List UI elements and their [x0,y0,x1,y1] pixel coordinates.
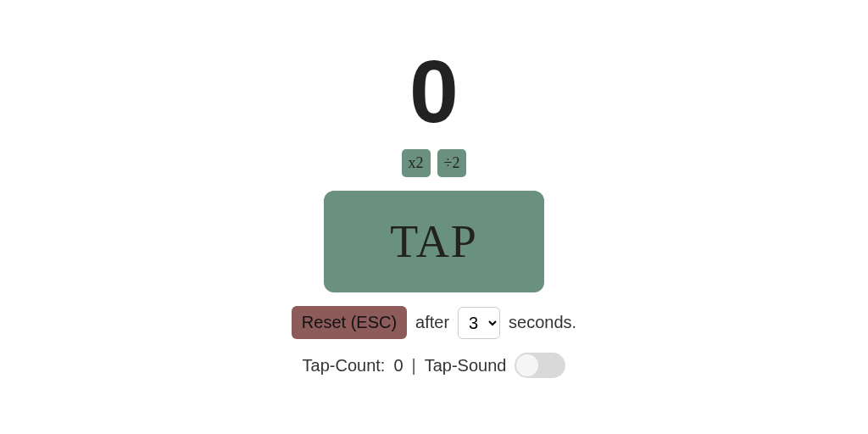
divider: | [412,356,416,376]
tap-count-value: 0 [393,356,403,376]
tap-sound-label: Tap-Sound [425,356,507,376]
seconds-label: seconds. [509,313,576,332]
after-label: after [415,313,449,332]
double-button[interactable]: x2 [402,149,431,177]
tap-sound-toggle[interactable] [515,353,565,378]
status-row: Tap-Count: 0 | Tap-Sound [303,353,566,378]
bpm-display: 0 [409,47,459,136]
reset-seconds-select[interactable]: 3 [458,307,500,339]
reset-row: Reset (ESC) after 3 seconds. [292,306,576,339]
tap-button[interactable]: TAP [324,191,544,292]
main-container: 0 x2 ÷2 TAP Reset (ESC) after 3 seconds.… [292,47,576,378]
math-row: x2 ÷2 [402,149,467,177]
toggle-knob-icon [516,354,538,376]
reset-button[interactable]: Reset (ESC) [292,306,407,339]
tap-count-label: Tap-Count: [303,356,386,376]
halve-button[interactable]: ÷2 [437,149,467,177]
